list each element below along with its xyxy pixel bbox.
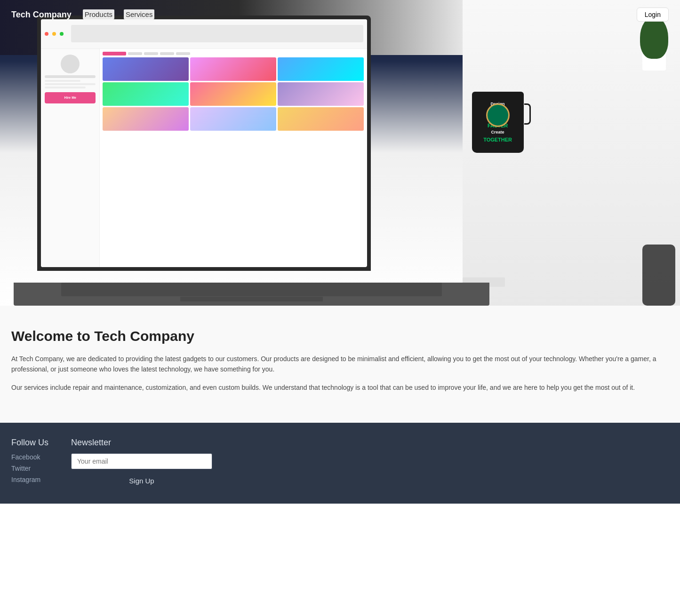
newsletter-email-input[interactable] (71, 453, 212, 469)
facebook-link[interactable]: Facebook (11, 453, 40, 461)
screen-min-btn (52, 32, 56, 36)
screen-nav-row (103, 52, 364, 55)
login-button[interactable]: Login (637, 8, 669, 22)
screen-grid-item6 (278, 82, 364, 106)
screen-avatar (61, 55, 80, 73)
mug-handle (524, 103, 531, 125)
screen-nav-item2 (144, 52, 158, 55)
screen-nav-brand (103, 52, 126, 55)
laptop-screen-area: Hire Me (41, 19, 367, 267)
footer-social-links: Facebook Twitter Instagram (11, 453, 48, 483)
main-content-section: Welcome to Tech Company At Tech Company,… (0, 306, 680, 423)
screen-sidebar-line3 (45, 83, 96, 85)
footer-follow-us: Follow Us Facebook Twitter Instagram (11, 438, 48, 489)
navbar: Tech Company Products Services Login (0, 0, 680, 29)
screen-grid-item9 (278, 107, 364, 131)
screen-image-grid (103, 57, 364, 131)
nav-link-services[interactable]: Services (124, 9, 155, 19)
keyboard-keys (61, 283, 442, 297)
screen-grid-item5 (190, 82, 276, 106)
main-paragraph-1: At Tech Company, we are dedicated to pro… (11, 354, 669, 375)
screen-hire-btn: Hire Me (45, 92, 96, 103)
screen-body: Hire Me (41, 49, 367, 267)
nav-item-services[interactable]: Services (124, 10, 155, 19)
footer-newsletter: Newsletter Sign Up (71, 438, 212, 489)
hero-section: Design BETTER Iterate FASTER Create TOGE… (0, 0, 680, 306)
laptop-container: Hire Me (14, 16, 490, 306)
main-paragraph-2: Our services include repair and maintena… (11, 382, 669, 393)
newsletter-signup-button[interactable]: Sign Up (71, 473, 212, 489)
nav-links: Products Services (83, 10, 155, 19)
phone-decoration (642, 245, 675, 306)
screen-nav-item3 (160, 52, 174, 55)
main-heading: Welcome to Tech Company (11, 328, 669, 344)
screen-max-btn (60, 32, 64, 36)
screen-nav-item4 (176, 52, 190, 55)
screen-hire-label: Hire Me (64, 96, 76, 99)
laptop-outer: Hire Me (37, 16, 370, 271)
screen-grid-item2 (190, 57, 276, 81)
screen-close-btn (45, 32, 48, 36)
hero-background: Design BETTER Iterate FASTER Create TOGE… (0, 0, 680, 306)
footer-social-facebook[interactable]: Facebook (11, 453, 48, 461)
laptop-keyboard (14, 283, 490, 306)
screen-grid-item8 (190, 107, 276, 131)
laptop-trackpad (180, 297, 323, 301)
footer-social-instagram[interactable]: Instagram (11, 476, 48, 483)
screen-sidebar: Hire Me (41, 49, 100, 267)
screen-grid-item1 (103, 57, 189, 81)
instagram-link[interactable]: Instagram (11, 476, 40, 483)
twitter-link[interactable]: Twitter (11, 465, 31, 472)
nav-brand[interactable]: Tech Company (11, 10, 72, 20)
nav-link-products[interactable]: Products (83, 9, 114, 19)
screen-nav-item1 (128, 52, 142, 55)
nav-item-products[interactable]: Products (83, 10, 114, 19)
screen-sidebar-line4 (45, 87, 85, 88)
footer-follow-heading: Follow Us (11, 438, 48, 448)
screen-grid-item4 (103, 82, 189, 106)
screen-sidebar-line2 (45, 80, 80, 82)
footer-newsletter-heading: Newsletter (71, 438, 212, 448)
screen-sidebar-line1 (45, 75, 96, 78)
footer: Follow Us Facebook Twitter Instagram New… (0, 423, 680, 504)
footer-social-twitter[interactable]: Twitter (11, 465, 48, 472)
mug-text-create: Create (491, 129, 504, 136)
screen-grid-item7 (103, 107, 189, 131)
screen-grid-item3 (278, 57, 364, 81)
screen-main-grid (100, 49, 367, 267)
hero-desk-area: Design BETTER Iterate FASTER Create TOGE… (463, 0, 680, 306)
newsletter-form: Sign Up (71, 453, 212, 489)
